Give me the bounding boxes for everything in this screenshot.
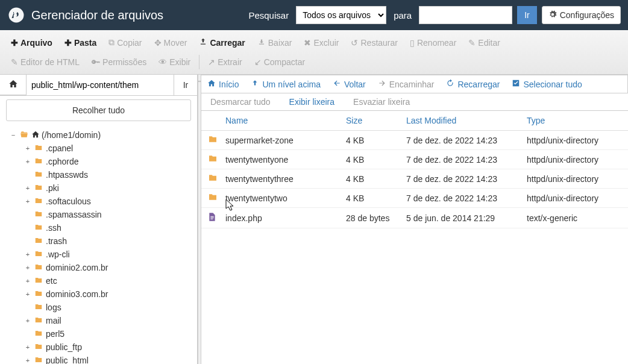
search-go-button[interactable]: Ir <box>517 6 537 24</box>
nav-deselect-all[interactable]: Desmarcar tudo <box>207 97 271 107</box>
expand-icon[interactable]: + <box>24 264 31 271</box>
expand-icon[interactable]: + <box>24 344 31 351</box>
nav-up[interactable]: Um nível acima <box>251 79 320 89</box>
settings-button[interactable]: Configurações <box>542 6 621 24</box>
tree-item[interactable]: .trash <box>2 234 195 248</box>
folder-icon <box>34 356 43 365</box>
html-editor-button[interactable]: ✎Editor de HTML <box>5 52 86 72</box>
file-icon <box>207 212 225 224</box>
upload-button[interactable]: Carregar <box>193 33 251 52</box>
restore-button[interactable]: ↺Restaurar <box>345 33 403 52</box>
tree-item[interactable]: +dominio3.com.br <box>2 287 195 301</box>
search-scope-select[interactable]: Todos os arquivos <box>296 6 386 24</box>
expand-icon[interactable]: + <box>24 184 31 192</box>
tree-item[interactable]: perl5 <box>2 327 195 340</box>
expand-icon[interactable]: + <box>24 277 31 284</box>
reload-icon <box>446 79 454 89</box>
nav-show-trash[interactable]: Exibir lixeira <box>286 97 334 107</box>
search-for-label: para <box>391 10 414 20</box>
restore-icon: ↺ <box>351 38 358 48</box>
header-size[interactable]: Size <box>346 116 406 125</box>
download-button[interactable]: Baixar <box>251 33 298 52</box>
nav-back[interactable]: Voltar <box>333 79 366 89</box>
search-input[interactable] <box>419 6 512 24</box>
tree-item[interactable]: +.wp-cli <box>2 248 195 261</box>
home-icon <box>207 79 216 89</box>
expand-icon[interactable]: + <box>24 145 31 152</box>
rename-button[interactable]: ▯Renomear <box>404 33 462 52</box>
compress-button[interactable]: ↙Compactar <box>248 52 311 72</box>
collapse-all-button[interactable]: Recolher tudo <box>6 99 191 121</box>
tree-item-label: .ssh <box>46 223 61 233</box>
nav-home[interactable]: Início <box>207 79 239 89</box>
new-folder-button[interactable]: ✚Pasta <box>58 33 102 52</box>
delete-button[interactable]: ✖Excluir <box>298 33 345 52</box>
collapse-icon[interactable]: − <box>10 131 17 139</box>
tree-item-label: mail <box>46 316 61 325</box>
tree-item[interactable]: .htpasswds <box>2 168 195 181</box>
expand-icon[interactable]: + <box>24 158 31 165</box>
tree-item-label: .trash <box>46 236 67 246</box>
expand-icon[interactable]: + <box>24 198 31 205</box>
path-go-button[interactable]: Ir <box>174 75 197 95</box>
tree-item[interactable]: .spamassassin <box>2 208 195 221</box>
home-button[interactable] <box>0 75 27 95</box>
nav-forward[interactable]: Encaminhar <box>378 79 435 89</box>
nav-toolbar: Início Um nível acima Voltar Encaminhar … <box>201 75 628 93</box>
tree-item[interactable]: .ssh <box>2 221 195 234</box>
folder-icon <box>207 134 225 146</box>
row-size: 4 KB <box>346 136 406 145</box>
row-modified: 7 de dez. de 2022 14:23 <box>406 155 527 165</box>
cpanel-logo-icon <box>7 6 25 24</box>
nav-reload[interactable]: Recarregar <box>446 79 500 89</box>
tree-item[interactable]: +mail <box>2 314 195 327</box>
path-input[interactable] <box>27 75 174 95</box>
new-file-button[interactable]: ✚Arquivo <box>5 33 58 52</box>
tree-item[interactable]: +dominio2.com.br <box>2 261 195 274</box>
expand-icon[interactable]: + <box>24 317 31 324</box>
tree-item-label: perl5 <box>46 329 64 339</box>
plus-icon: ✚ <box>64 38 72 48</box>
tree-item[interactable]: +etc <box>2 274 195 287</box>
row-type: text/x-generic <box>527 213 622 223</box>
tree-item[interactable]: +.cpanel <box>2 142 195 155</box>
header-modified[interactable]: Last Modified <box>406 116 527 125</box>
folder-icon <box>34 157 43 167</box>
nav-empty-trash[interactable]: Esvaziar lixeira <box>350 97 410 107</box>
copy-button[interactable]: ⧉Copiar <box>102 33 148 52</box>
tree-item[interactable]: +public_html <box>2 354 195 364</box>
tree-item-label: .softaculous <box>46 196 91 206</box>
table-row[interactable]: twentytwentyone4 KB7 de dez. de 2022 14:… <box>201 150 628 169</box>
tree-item[interactable]: +.softaculous <box>2 195 195 208</box>
delete-icon: ✖ <box>304 38 311 48</box>
app-title: Gerenciador de arquivos <box>31 8 163 22</box>
folder-icon <box>34 223 43 233</box>
extract-button[interactable]: ↗Extrair <box>202 52 248 72</box>
nav-select-all[interactable]: Selecionar tudo <box>512 79 582 89</box>
table-row[interactable]: supermarket-zone4 KB7 de dez. de 2022 14… <box>201 131 628 150</box>
table-row[interactable]: twentytwentytwo4 KB7 de dez. de 2022 14:… <box>201 189 628 208</box>
expand-icon[interactable]: + <box>24 357 31 364</box>
header-type[interactable]: Type <box>527 116 622 125</box>
tree-item[interactable]: +.cphorde <box>2 155 195 168</box>
row-type: httpd/unix-directory <box>527 136 622 145</box>
table-row[interactable]: index.php28 de bytes5 de jun. de 2014 21… <box>201 208 628 228</box>
path-row: Ir <box>0 75 197 96</box>
table-header: Name Size Last Modified Type <box>201 111 628 131</box>
table-row[interactable]: twentytwentythree4 KB7 de dez. de 2022 1… <box>201 169 628 189</box>
tree-item[interactable]: +.pki <box>2 181 195 195</box>
expand-icon[interactable]: + <box>24 290 31 298</box>
tree-root[interactable]: − (/home1/domin) <box>2 128 195 142</box>
tree-item[interactable]: logs <box>2 301 195 314</box>
view-button[interactable]: 👁︎Exibir <box>152 52 196 72</box>
row-size: 28 de bytes <box>346 213 406 223</box>
header-name[interactable]: Name <box>225 116 346 125</box>
gear-icon <box>548 10 557 20</box>
header-search-group: Pesquisar Todos os arquivos para Ir Conf… <box>246 6 621 24</box>
permissions-button[interactable]: 🔑︎Permissões <box>86 52 152 72</box>
move-button[interactable]: ✥Mover <box>148 33 193 52</box>
sidebar: Ir Recolher tudo − (/home1/domin) +.cpan… <box>0 75 198 364</box>
tree-item[interactable]: +public_ftp <box>2 340 195 354</box>
expand-icon[interactable]: + <box>24 251 31 258</box>
edit-button[interactable]: ✎Editar <box>462 33 506 52</box>
